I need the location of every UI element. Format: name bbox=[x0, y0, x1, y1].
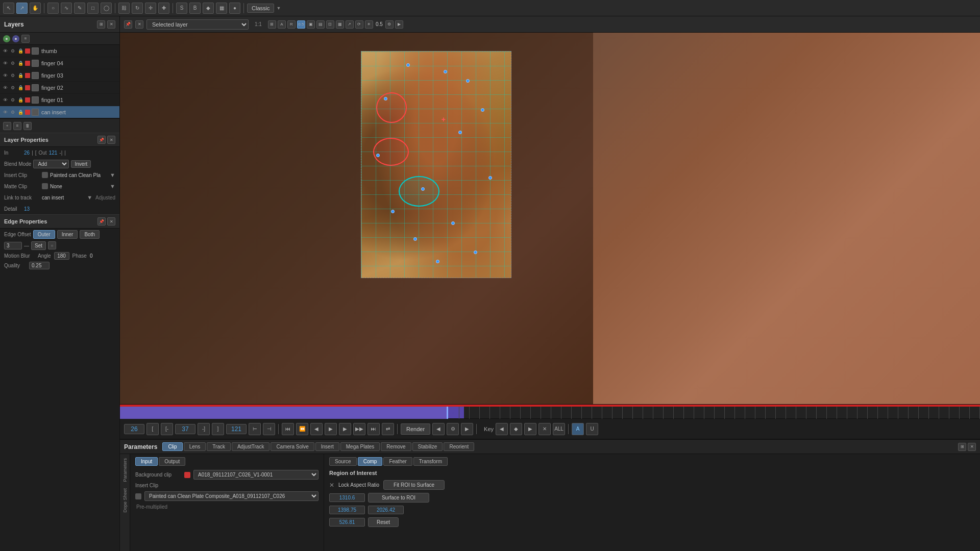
render-back-btn[interactable]: ◀ bbox=[432, 423, 445, 435]
tab-mega-plates[interactable]: Mega Plates bbox=[340, 442, 380, 451]
layer-check-can-insert[interactable] bbox=[32, 109, 39, 116]
circle-tool[interactable]: ○ bbox=[47, 3, 59, 14]
roi-subtab-source[interactable]: Source bbox=[329, 457, 357, 466]
edge-props-pin[interactable]: 📌 bbox=[97, 217, 106, 226]
transport-a-btn[interactable]: A bbox=[572, 423, 584, 435]
viewer-icon-9[interactable]: ↗ bbox=[346, 20, 354, 29]
layers-menu-icon[interactable]: ≡ bbox=[21, 35, 30, 43]
key-all-btn[interactable]: ALL bbox=[553, 423, 565, 435]
layer-check-thumb[interactable] bbox=[32, 47, 39, 55]
arrow-tool[interactable]: ↖ bbox=[3, 3, 14, 14]
s-icon[interactable]: S bbox=[176, 3, 187, 14]
viewer-pin[interactable]: 📌 bbox=[124, 20, 132, 29]
layer-row-finger03[interactable]: 👁 ⚙ 🔒 finger 03 bbox=[0, 69, 119, 82]
tab-clip[interactable]: Clip bbox=[162, 442, 182, 451]
layer-check-finger01[interactable] bbox=[32, 96, 39, 104]
render-fwd-btn[interactable]: ▶ bbox=[461, 423, 473, 435]
both-button[interactable]: Both bbox=[80, 230, 100, 239]
clip-in-btn[interactable]: ⊢ bbox=[249, 423, 261, 435]
step-fwd-btn[interactable]: ▶ bbox=[325, 423, 337, 435]
roi-subtab-feather[interactable]: Feather bbox=[383, 457, 412, 466]
edge-offset-input[interactable] bbox=[4, 242, 22, 249]
roi-w-input[interactable] bbox=[329, 506, 365, 514]
viewer-icon-6[interactable]: ▤ bbox=[316, 20, 325, 29]
grid-icon[interactable]: ▦ bbox=[216, 3, 227, 14]
vtab-dope-sheet[interactable]: Dope Sheet bbox=[121, 486, 129, 515]
tab-camera-solve[interactable]: Camera Solve bbox=[271, 442, 314, 451]
key-delete-btn[interactable]: ✕ bbox=[538, 423, 551, 435]
classic-button[interactable]: Classic bbox=[247, 4, 274, 13]
add-layer-icon[interactable]: + bbox=[3, 122, 11, 130]
loop-btn[interactable]: ⇄ bbox=[382, 423, 394, 435]
bg-clip-select[interactable]: A018_09112107_C026_V1-0001 bbox=[193, 470, 318, 480]
arrow2-tool[interactable]: ↗ bbox=[16, 3, 28, 14]
layer-row-finger02[interactable]: 👁 ⚙ 🔒 finger 02 bbox=[0, 82, 119, 94]
bracket-out-btn[interactable]: ] bbox=[212, 423, 224, 435]
params-expand-icon[interactable]: ⊞ bbox=[958, 443, 966, 451]
roi-subtab-transform[interactable]: Transform bbox=[413, 457, 448, 466]
delete-layer-icon[interactable]: 🗑 bbox=[23, 122, 32, 130]
roi-subtab-comp[interactable]: Comp bbox=[358, 457, 383, 466]
tab-insert[interactable]: Insert bbox=[315, 442, 339, 451]
insert-clip-arrow[interactable]: ▼ bbox=[110, 172, 115, 178]
playhead[interactable] bbox=[447, 407, 448, 419]
rect-tool[interactable]: □ bbox=[87, 3, 99, 14]
tab-reorient[interactable]: Reorient bbox=[444, 442, 474, 451]
key-add-btn[interactable]: ◆ bbox=[510, 423, 522, 435]
cross-tool[interactable]: ✚ bbox=[158, 3, 169, 14]
lasso-tool[interactable]: ∿ bbox=[61, 3, 72, 14]
edge-props-close[interactable]: ✕ bbox=[107, 217, 115, 226]
layer-row-finger01[interactable]: 👁 ⚙ 🔒 finger 01 bbox=[0, 94, 119, 106]
timecode-in[interactable]: 26 bbox=[124, 424, 144, 434]
go-end-btn[interactable]: ⏭ bbox=[368, 423, 380, 435]
grab-tool[interactable]: ✋ bbox=[30, 3, 41, 14]
angle-input[interactable] bbox=[54, 252, 69, 260]
timecode-current[interactable]: 37 bbox=[175, 424, 195, 434]
viewer-icon-1[interactable]: ⊞ bbox=[268, 20, 276, 29]
diamond-icon[interactable]: ◆ bbox=[203, 3, 214, 14]
roi-h-input[interactable] bbox=[368, 506, 404, 514]
viewer-icon-3[interactable]: R bbox=[287, 20, 296, 29]
next-frame-btn[interactable]: ▶▶ bbox=[353, 423, 365, 435]
layer-check-finger03[interactable] bbox=[32, 72, 39, 79]
viewer-icon-11[interactable]: ☀ bbox=[365, 20, 373, 29]
key-next-btn[interactable]: ▶ bbox=[524, 423, 536, 435]
oval-tool[interactable]: ◯ bbox=[101, 3, 112, 14]
timecode-out[interactable]: 121 bbox=[226, 424, 247, 434]
detail-value[interactable]: 13 bbox=[24, 206, 30, 212]
roi-x-input[interactable] bbox=[329, 493, 365, 502]
layer-props-pin[interactable]: 📌 bbox=[97, 136, 106, 144]
move-tool[interactable]: ✛ bbox=[145, 3, 156, 14]
viewer-icon-7[interactable]: ⊡ bbox=[326, 20, 334, 29]
roi-reset-button[interactable]: Reset bbox=[368, 517, 399, 527]
layer-select[interactable]: Selected layer bbox=[146, 19, 249, 30]
layers-icon-1[interactable]: ⊞ bbox=[97, 20, 105, 29]
layer-row-finger04[interactable]: 👁 ⚙ 🔒 finger 04 bbox=[0, 57, 119, 69]
play-btn[interactable]: ▶ bbox=[339, 423, 351, 435]
tab-lens[interactable]: Lens bbox=[184, 442, 206, 451]
subtab-input[interactable]: Input bbox=[135, 457, 158, 466]
tab-adjust-track[interactable]: AdjustTrack bbox=[232, 442, 270, 451]
viewer-close[interactable]: ✕ bbox=[135, 20, 143, 29]
step-back-btn[interactable]: ◀ bbox=[310, 423, 323, 435]
edge-set-icon[interactable]: ○ bbox=[48, 241, 56, 249]
layer-option-icon[interactable]: ≡ bbox=[13, 122, 21, 130]
inserted-image[interactable]: + bbox=[361, 51, 511, 278]
clip-out-btn[interactable]: ⊣ bbox=[263, 423, 275, 435]
render-settings-btn[interactable]: ⚙ bbox=[447, 423, 459, 435]
tab-remove[interactable]: Remove bbox=[381, 442, 411, 451]
invert-button[interactable]: Invert bbox=[71, 160, 91, 168]
layer-props-close[interactable]: ✕ bbox=[107, 136, 115, 144]
quality-input[interactable] bbox=[29, 262, 50, 269]
viewer-icon-2[interactable]: A bbox=[278, 20, 286, 29]
tab-track[interactable]: Track bbox=[207, 442, 231, 451]
render-button[interactable]: Render bbox=[401, 423, 430, 435]
set-button[interactable]: Set bbox=[31, 241, 46, 250]
pen-tool[interactable]: ✎ bbox=[74, 3, 85, 14]
minus-bracket-btn[interactable]: [- bbox=[161, 423, 173, 435]
fit-surface-button[interactable]: Surface to ROI bbox=[368, 493, 429, 503]
fit-roi-button[interactable]: Fit ROI to Surface bbox=[383, 480, 445, 490]
bracket-in-btn[interactable]: [ bbox=[146, 423, 159, 435]
viewer-icon-12[interactable]: ⚙ bbox=[385, 20, 394, 29]
key-prev-btn[interactable]: ◀ bbox=[496, 423, 508, 435]
